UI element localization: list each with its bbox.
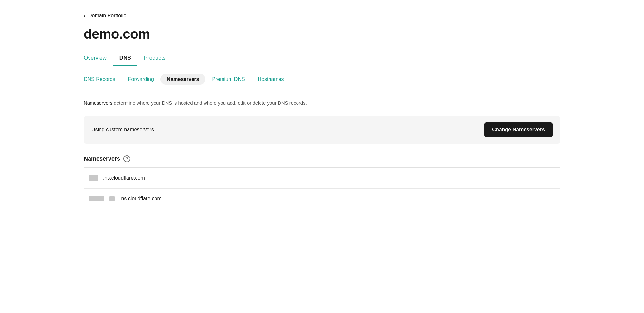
ns2-text: .ns.cloudflare.com [120,196,162,202]
change-nameservers-button[interactable]: Change Nameservers [484,122,553,137]
subtab-nameservers[interactable]: Nameservers [160,74,206,85]
back-arrow-icon: ‹ [84,13,86,19]
nameservers-description: Nameservers determine where your DNS is … [84,99,560,107]
nameservers-section: Nameservers ? .ns.cloudflare.com .ns.clo… [84,155,560,209]
help-icon[interactable]: ? [123,155,130,162]
sub-tabs: DNS Records Forwarding Nameservers Premi… [84,66,560,91]
nameserver-row: .ns.cloudflare.com [84,189,560,209]
main-tabs: Overview DNS Products [84,51,560,66]
nameservers-section-title: Nameservers [84,156,120,162]
subtab-premium-dns[interactable]: Premium DNS [205,74,251,85]
tab-products[interactable]: Products [137,51,172,66]
subtab-dns-records[interactable]: DNS Records [84,74,122,85]
ns2-icon-small [109,196,115,201]
domain-title: demo.com [84,26,560,42]
nameserver-list: .ns.cloudflare.com .ns.cloudflare.com [84,168,560,209]
back-navigation[interactable]: ‹ Domain Portfolio [84,13,126,19]
tab-dns[interactable]: DNS [113,51,137,66]
nameserver-row: .ns.cloudflare.com [84,168,560,189]
subtab-hostnames[interactable]: Hostnames [251,74,290,85]
description-rest: determine where your DNS is hosted and w… [112,100,307,106]
subtab-forwarding[interactable]: Forwarding [122,74,160,85]
ns2-icon-wide [89,196,104,201]
ns1-icon [89,175,98,181]
status-bar: Using custom nameservers Change Nameserv… [84,116,560,144]
ns1-text: .ns.cloudflare.com [103,175,145,181]
nameservers-link[interactable]: Nameservers [84,100,112,106]
bottom-divider [84,209,560,209]
back-label: Domain Portfolio [88,13,126,19]
custom-nameservers-status: Using custom nameservers [91,127,154,133]
tab-overview[interactable]: Overview [84,51,113,66]
nameservers-section-header: Nameservers ? [84,155,560,162]
